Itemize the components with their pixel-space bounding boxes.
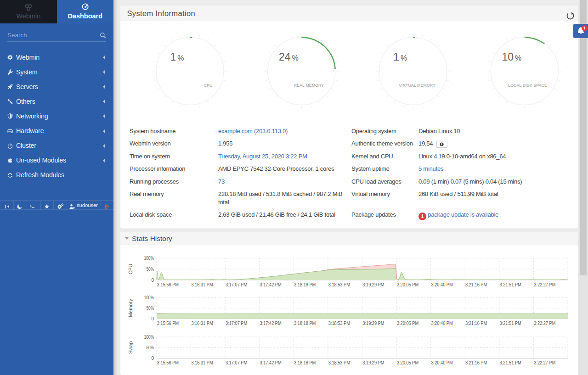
svg-text:100%: 100% — [144, 295, 154, 300]
svg-text:3:21:51 PM: 3:21:51 PM — [500, 320, 521, 326]
svg-text:1%: 1% — [393, 51, 407, 63]
svg-text:3:18:53 PM: 3:18:53 PM — [328, 360, 350, 365]
svg-text:3:17:07 PM: 3:17:07 PM — [226, 320, 247, 326]
svg-text:0: 0 — [151, 356, 154, 361]
svg-text:3:16:31 PM: 3:16:31 PM — [191, 360, 213, 365]
svg-text:3:19:29 PM: 3:19:29 PM — [362, 360, 384, 365]
svg-text:3:17:42 PM: 3:17:42 PM — [260, 282, 282, 287]
svg-text:10%: 10% — [502, 51, 521, 63]
svg-text:3:22:27 PM: 3:22:27 PM — [534, 360, 555, 365]
svg-text:3:19:29 PM: 3:19:29 PM — [362, 320, 384, 326]
svg-text:3:15:56 PM: 3:15:56 PM — [157, 360, 179, 365]
svg-text:1%: 1% — [170, 51, 184, 63]
svg-text:3:16:31 PM: 3:16:31 PM — [191, 282, 213, 287]
svg-text:3:20:05 PM: 3:20:05 PM — [397, 320, 418, 326]
svg-text:3:18:53 PM: 3:18:53 PM — [328, 320, 350, 326]
svg-text:3:18:18 PM: 3:18:18 PM — [294, 320, 316, 326]
svg-text:50%: 50% — [147, 267, 154, 272]
svg-text:3:16:31 PM: 3:16:31 PM — [191, 320, 213, 326]
svg-text:3:17:07 PM: 3:17:07 PM — [226, 360, 247, 365]
svg-text:3:15:56 PM: 3:15:56 PM — [157, 282, 179, 287]
svg-text:3:17:42 PM: 3:17:42 PM — [260, 360, 282, 365]
svg-text:50%: 50% — [147, 345, 154, 350]
svg-text:LOCAL DISK SPACE: LOCAL DISK SPACE — [508, 83, 547, 88]
svg-text:3:18:18 PM: 3:18:18 PM — [294, 282, 316, 287]
svg-text:3:18:18 PM: 3:18:18 PM — [294, 360, 316, 365]
svg-text:3:21:51 PM: 3:21:51 PM — [500, 282, 521, 287]
svg-text:3:19:29 PM: 3:19:29 PM — [362, 282, 384, 287]
svg-text:3:17:42 PM: 3:17:42 PM — [260, 320, 282, 326]
svg-text:3:17:07 PM: 3:17:07 PM — [226, 282, 247, 287]
svg-text:3:21:16 PM: 3:21:16 PM — [465, 320, 487, 326]
svg-text:Swap: Swap — [128, 341, 134, 354]
svg-text:3:22:27 PM: 3:22:27 PM — [534, 320, 555, 326]
svg-text:0: 0 — [151, 278, 154, 283]
svg-text:REAL MEMORY: REAL MEMORY — [294, 83, 324, 88]
svg-text:CPU: CPU — [128, 264, 134, 274]
svg-text:0: 0 — [151, 316, 154, 321]
svg-text:3:20:40 PM: 3:20:40 PM — [431, 320, 453, 326]
svg-text:3:20:40 PM: 3:20:40 PM — [431, 360, 453, 365]
svg-text:50%: 50% — [147, 306, 154, 311]
svg-text:3:20:40 PM: 3:20:40 PM — [431, 282, 453, 287]
svg-text:VIRTUAL MEMORY: VIRTUAL MEMORY — [399, 83, 435, 88]
svg-text:3:20:05 PM: 3:20:05 PM — [397, 360, 418, 365]
svg-text:CPU: CPU — [204, 83, 213, 88]
svg-text:Memory: Memory — [128, 299, 134, 317]
svg-text:3:21:16 PM: 3:21:16 PM — [465, 282, 487, 287]
svg-text:3:21:16 PM: 3:21:16 PM — [465, 360, 487, 365]
svg-text:3:18:53 PM: 3:18:53 PM — [328, 282, 350, 287]
svg-text:3:20:05 PM: 3:20:05 PM — [397, 282, 418, 287]
svg-text:100%: 100% — [144, 335, 154, 340]
svg-text:3:21:51 PM: 3:21:51 PM — [500, 360, 521, 365]
svg-text:3:22:27 PM: 3:22:27 PM — [534, 282, 555, 287]
svg-text:100%: 100% — [144, 256, 154, 261]
svg-text:3:15:56 PM: 3:15:56 PM — [157, 320, 179, 326]
svg-text:24%: 24% — [279, 51, 299, 63]
